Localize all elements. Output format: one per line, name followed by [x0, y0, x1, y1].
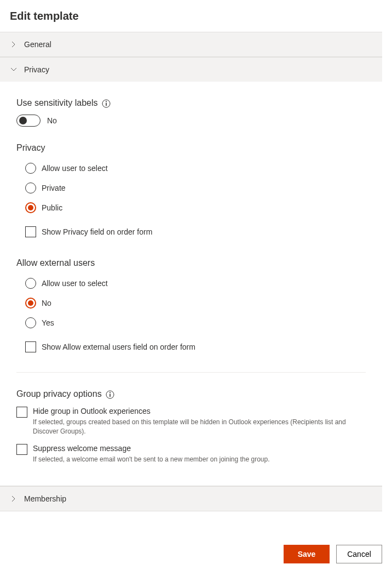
accordion-header-general[interactable]: General — [0, 32, 382, 56]
chevron-right-icon — [10, 495, 18, 503]
external-radio-no[interactable]: No — [25, 298, 366, 309]
checkbox-icon — [16, 444, 27, 455]
group-options-title-text: Group privacy options — [16, 389, 102, 399]
accordion-privacy: Privacy Use sensitivity labels No Privac… — [0, 57, 382, 486]
chevron-right-icon — [10, 41, 18, 48]
accordion-label-privacy: Privacy — [24, 65, 49, 74]
info-icon[interactable] — [105, 390, 115, 400]
accordion-general: General — [0, 32, 382, 57]
info-icon[interactable] — [101, 99, 111, 109]
privacy-options: Allow user to select Private Public Show… — [16, 159, 366, 242]
radio-icon — [25, 183, 36, 193]
radio-label: No — [42, 299, 51, 307]
divider — [16, 372, 366, 373]
accordion-membership: Membership — [0, 486, 382, 511]
hide-outlook-checkbox[interactable]: Hide group in Outlook experiences If sel… — [16, 407, 366, 436]
checkbox-label: Show Privacy field on order form — [42, 227, 152, 236]
chevron-down-icon — [10, 66, 18, 73]
accordion-header-membership[interactable]: Membership — [0, 486, 382, 511]
radio-label: Private — [42, 184, 66, 192]
checkbox-icon — [25, 226, 36, 237]
footer: Save Cancel — [0, 538, 392, 570]
svg-rect-1 — [106, 103, 107, 106]
radio-label: Yes — [42, 318, 54, 327]
page-title: Edit template — [0, 0, 392, 30]
group-options-title: Group privacy options — [16, 389, 366, 399]
radio-label: Allow user to select — [42, 279, 108, 288]
privacy-radio-allow-select[interactable]: Allow user to select — [25, 163, 366, 174]
sensitivity-title: Use sensitivity labels — [16, 98, 366, 108]
radio-icon — [25, 317, 36, 328]
checkbox-label: Show Allow external users field on order… — [42, 343, 195, 351]
svg-rect-4 — [109, 394, 111, 397]
external-radio-yes[interactable]: Yes — [25, 317, 366, 328]
svg-point-5 — [109, 392, 111, 393]
privacy-panel: Use sensitivity labels No Privacy Allow … — [0, 82, 382, 486]
privacy-title: Privacy — [16, 143, 366, 153]
svg-point-2 — [106, 101, 107, 102]
external-options: Allow user to select No Yes Show Allow e… — [16, 275, 366, 357]
radio-icon — [25, 278, 36, 289]
radio-label: Public — [42, 203, 62, 212]
accordion-label-general: General — [24, 40, 51, 49]
radio-icon — [25, 163, 36, 174]
privacy-radio-public[interactable]: Public — [25, 202, 366, 213]
checkbox-desc: If selected, groups created based on thi… — [33, 418, 366, 436]
privacy-show-field-checkbox[interactable]: Show Privacy field on order form — [25, 226, 366, 237]
radio-icon — [25, 202, 36, 213]
external-show-field-checkbox[interactable]: Show Allow external users field on order… — [25, 341, 366, 352]
suppress-welcome-checkbox[interactable]: Suppress welcome message If selected, a … — [16, 444, 366, 464]
scroll-area[interactable]: General Privacy Use sensitivity labels N… — [0, 32, 382, 537]
sensitivity-toggle[interactable] — [16, 115, 41, 127]
accordion-label-membership: Membership — [24, 494, 66, 503]
external-radio-allow-select[interactable]: Allow user to select — [25, 278, 366, 289]
sensitivity-title-text: Use sensitivity labels — [16, 98, 98, 108]
radio-label: Allow user to select — [42, 164, 108, 173]
checkbox-label: Suppress welcome message — [33, 444, 270, 453]
external-title: Allow external users — [16, 258, 366, 268]
checkbox-desc: If selected, a welcome email won't be se… — [33, 455, 270, 464]
privacy-radio-private[interactable]: Private — [25, 183, 366, 193]
radio-icon — [25, 298, 36, 309]
accordion-header-privacy[interactable]: Privacy — [0, 57, 382, 82]
cancel-button[interactable]: Cancel — [336, 545, 382, 563]
checkbox-label: Hide group in Outlook experiences — [33, 407, 366, 415]
checkbox-icon — [16, 407, 27, 418]
checkbox-icon — [25, 341, 36, 352]
sensitivity-value-label: No — [47, 116, 57, 125]
save-button[interactable]: Save — [284, 545, 330, 563]
toggle-knob — [19, 117, 27, 124]
